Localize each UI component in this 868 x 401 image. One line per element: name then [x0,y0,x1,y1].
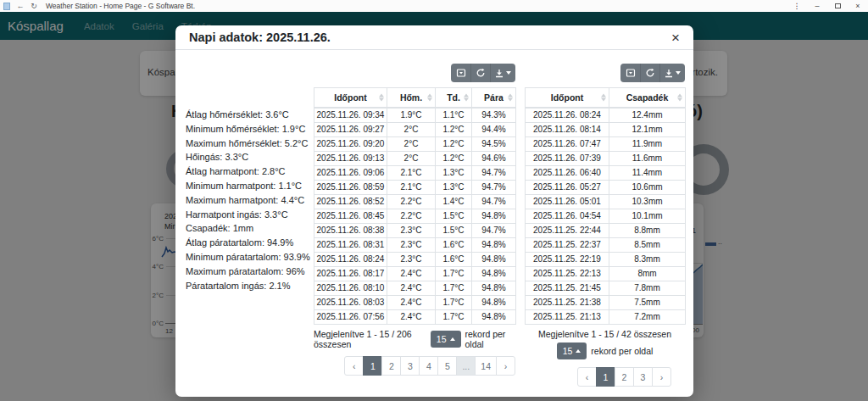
table-cell: 8.3mm [609,253,686,267]
page-button[interactable]: ‹ [577,367,597,387]
table-cell: 1.7°C [436,267,472,281]
table-cell: 94.7% [472,166,516,181]
page-button[interactable]: 5 [437,356,457,376]
page-button[interactable]: 1 [363,356,382,376]
table-cell: 94.7% [472,181,516,195]
window-title: Weather Station - Home Page - G Software… [46,2,787,10]
column-header[interactable]: Hőm. [387,88,436,109]
table-cell: 2025.11.26. 09:27 [314,123,387,137]
table-cell: 1.7°C [436,296,472,310]
page-button[interactable]: 4 [419,356,438,376]
refresh-button[interactable] [640,64,659,82]
column-header[interactable]: Td. [436,88,472,109]
table-cell: 1.6°C [436,238,472,253]
minimize-icon[interactable]: – [807,2,827,10]
close-icon[interactable]: × [671,31,680,45]
table-cell: 2025.11.26. 06:40 [526,166,609,181]
table-cell: 94.5% [472,137,516,152]
column-header[interactable]: Pára [472,88,516,109]
table-cell: 2025.11.26. 09:34 [314,108,387,123]
page-button[interactable]: 14 [475,356,497,376]
table-row: 2025.11.26. 07:4711.9mm [526,137,686,152]
columns-toggle-button[interactable] [620,64,640,82]
table-row: 2025.11.25. 22:448.8mm [526,224,686,238]
table-row: 2025.11.25. 21:457.8mm [526,281,686,296]
restore-icon[interactable] [827,2,848,10]
page-button[interactable]: 3 [400,356,420,376]
table-cell: 2°C [387,152,436,166]
table1-summary-text: Megjelenítve 1 - 15 / 206 összesen [314,329,426,349]
stat-line: Maximum harmatpont: 4.4°C [186,193,314,208]
stat-line: Átlag hőmérséklet: 3.6°C [186,108,314,122]
window-close-icon[interactable]: × [848,2,868,10]
table-cell: 2.3°C [387,253,436,267]
page-button[interactable]: 3 [633,367,653,387]
table-row: 2025.11.26. 06:4011.4mm [526,166,686,181]
table-cell: 2025.11.26. 08:17 [314,267,387,281]
sort-icon [427,94,432,102]
modal-header: Napi adatok: 2025.11.26. × [175,25,693,50]
table-cell: 2025.11.26. 08:38 [314,224,387,238]
page-button[interactable]: 2 [381,356,401,376]
column-header[interactable]: Időpont [526,88,609,109]
table-row: 2025.11.26. 08:102.4°C1.7°C94.8% [314,281,516,296]
table-row: 2025.11.26. 08:242.3°C1.6°C94.8% [314,253,516,267]
page-size-dropdown[interactable]: 15 [431,331,461,348]
table-row: 2025.11.26. 05:2710.6mm [526,181,686,195]
table-cell: 8mm [609,267,686,281]
table-cell: 94.7% [472,195,516,209]
page-size-dropdown[interactable]: 15 [557,343,587,359]
page-ellipsis: ... [456,356,476,376]
table-cell: 7.8mm [609,281,686,296]
page-button[interactable]: › [496,356,515,376]
menu-kebab-icon[interactable]: ⋮ [787,2,807,10]
table-cell: 2025.11.25. 22:19 [526,253,609,267]
table-row: 2025.11.26. 09:272°C1.2°C94.4% [314,123,516,137]
table-cell: 10.6mm [609,181,686,195]
columns-toggle-button[interactable] [451,64,470,82]
table1-summary: Megjelenítve 1 - 15 / 206 összesen 15 re… [314,329,515,349]
table-cell: 94.8% [472,296,516,310]
chevron-up-icon [576,349,581,353]
export-button[interactable] [490,64,515,82]
table-cell: 2025.11.26. 08:24 [314,253,387,267]
column-header[interactable]: Időpont [314,88,387,109]
table-cell: 94.8% [472,310,516,325]
table2-pagesize-row: 15 rekord per oldal [525,343,685,359]
table-cell: 12.4mm [609,108,686,123]
column-header[interactable]: Csapadék [609,88,686,109]
table-cell: 2025.11.26. 08:03 [314,296,387,310]
page-button[interactable]: 2 [615,367,634,387]
table-cell: 94.7% [472,224,516,238]
table-row: 2025.11.26. 08:172.4°C1.7°C94.8% [314,267,516,281]
page-button[interactable]: › [652,367,671,387]
table-row: 2025.11.26. 08:032.4°C1.7°C94.8% [314,296,516,310]
refresh-button[interactable] [470,64,490,82]
precipitation-table: IdőpontCsapadék2025.11.26. 08:2412.4mm20… [525,87,686,325]
table2-toolbar [525,64,685,82]
download-icon [495,69,504,78]
page-button[interactable]: 1 [596,367,615,387]
table-row: 2025.11.26. 08:1412.1mm [526,123,686,137]
table-row: 2025.11.26. 09:062.1°C1.3°C94.7% [314,166,516,181]
table-cell: 1.7°C [436,310,472,325]
table-cell: 2025.11.26. 08:52 [314,195,387,209]
table-row: 2025.11.25. 22:198.3mm [526,253,686,267]
stat-line: Csapadék: 1mm [186,221,314,236]
stat-line: Minimum hőmérséklet: 1.9°C [186,122,314,136]
table-cell: 94.8% [472,238,516,253]
modal-title: Napi adatok: 2025.11.26. [189,31,331,44]
table-cell: 2025.11.26. 08:31 [314,238,387,253]
page-button[interactable]: ‹ [344,356,364,376]
back-icon[interactable]: ← [14,2,27,10]
export-button[interactable] [659,64,685,82]
stat-line: Átlag páratartalom: 94.9% [186,236,314,250]
table-cell: 2025.11.25. 22:44 [526,224,609,238]
table-cell: 11.4mm [609,166,686,181]
table-cell: 2025.11.26. 09:06 [314,166,387,181]
temperature-table-section: IdőpontHőm.Td.Pára2025.11.26. 09:341.9°C… [314,64,515,376]
table-cell: 2°C [387,123,436,137]
reload-icon[interactable]: ↻ [27,2,41,10]
table2-summary-text: Megjelenítve 1 - 15 / 42 összesen [538,329,671,339]
table-row: 2025.11.25. 22:138mm [526,267,686,281]
